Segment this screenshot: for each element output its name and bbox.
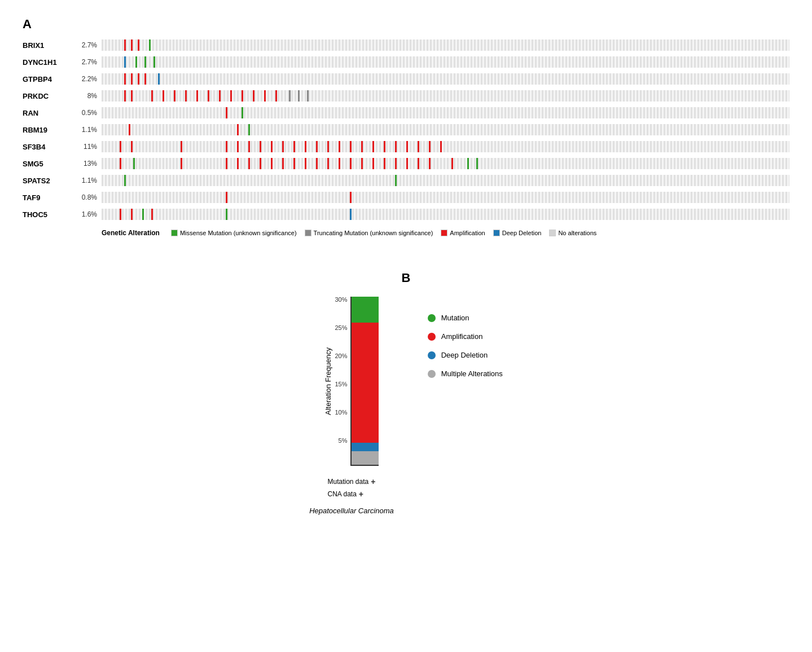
gene-name: PRKDC <box>23 92 73 100</box>
alteration-mark-amp <box>248 141 250 152</box>
bar-segment <box>352 451 379 465</box>
track-bg <box>102 209 789 220</box>
gene-name: RAN <box>23 109 73 117</box>
alteration-mark-trunc <box>307 90 309 102</box>
alteration-mark-miss <box>124 175 126 186</box>
legend-title: Genetic Alteration <box>102 229 160 237</box>
y-axis-label: Alteration Frequency <box>324 347 332 415</box>
chart-legend-item: Deep Deletion <box>428 351 503 359</box>
alteration-mark-amp <box>181 158 182 169</box>
track-area <box>102 73 789 85</box>
alteration-mark-amp <box>406 141 408 152</box>
alteration-mark-amp <box>138 73 139 85</box>
alteration-mark-amp <box>260 158 261 169</box>
legend-color-box <box>441 230 447 236</box>
alteration-mark-amp <box>181 141 182 152</box>
alteration-mark-amp <box>327 158 329 169</box>
alteration-mark-amp <box>372 158 374 169</box>
y-ticks-bar: 30%25%20%15%10%5% <box>335 297 379 466</box>
y-tick: 10% <box>335 409 347 416</box>
alteration-mark-del <box>158 73 160 85</box>
gene-name: BRIX1 <box>23 41 73 50</box>
track-bg <box>102 107 789 118</box>
alteration-mark-amp <box>131 73 133 85</box>
alteration-mark-amp <box>226 158 227 169</box>
section-a-label: A <box>23 17 789 32</box>
bar-wrapper <box>350 297 379 466</box>
gene-pct: 2.7% <box>73 41 102 49</box>
track-area <box>102 175 789 186</box>
track-area <box>102 107 789 118</box>
oncoprint-row: PRKDC8% <box>23 88 789 104</box>
alteration-mark-amp <box>293 158 295 169</box>
track-area <box>102 90 789 102</box>
alteration-mark-amp <box>395 158 397 169</box>
chart-legend-label: Multiple Alterations <box>441 369 503 378</box>
alteration-mark-amp <box>253 90 254 102</box>
oncoprint-row: THOC51.6% <box>23 206 789 222</box>
oncoprint-row: SMG513% <box>23 156 789 171</box>
track-area <box>102 56 789 68</box>
section-a: A BRIX12.7%DYNC1H12.7%GTPBP42.2%PRKDC8%R… <box>23 17 789 237</box>
oncoprint-container: BRIX12.7%DYNC1H12.7%GTPBP42.2%PRKDC8%RAN… <box>23 37 789 222</box>
alteration-mark-amp <box>361 158 363 169</box>
y-tick: 25% <box>335 325 347 331</box>
data-label-plus[interactable]: + <box>359 490 363 499</box>
alteration-mark-amp <box>242 90 243 102</box>
alteration-mark-amp <box>350 141 352 152</box>
gene-name: RBM19 <box>23 126 73 134</box>
bar-segment <box>352 323 379 443</box>
y-axis: 30%25%20%15%10%5% <box>335 297 350 466</box>
y-tick: 15% <box>335 381 347 387</box>
oncoprint-row: GTPBP42.2% <box>23 71 789 87</box>
gene-pct: 1.6% <box>73 210 102 218</box>
gene-name: THOC5 <box>23 210 73 219</box>
alteration-mark-amp <box>395 141 397 152</box>
alteration-mark-trunc <box>289 90 291 102</box>
oncoprint-row: SF3B411% <box>23 139 789 155</box>
legend-circle <box>428 314 436 322</box>
data-label-text: CNA data <box>327 490 356 498</box>
gene-pct: 0.8% <box>73 193 102 201</box>
legend-item-label: No alterations <box>558 230 596 236</box>
alteration-mark-amp <box>185 90 187 102</box>
track-area <box>102 158 789 169</box>
chart-legend-item: Mutation <box>428 314 503 322</box>
alteration-mark-amp <box>350 158 352 169</box>
alteration-mark-amp <box>124 90 126 102</box>
legend-item: Truncating Mutation (unknown significanc… <box>305 230 433 236</box>
alteration-mark-amp <box>144 73 146 85</box>
alteration-mark-amp <box>372 141 374 152</box>
alteration-mark-amp <box>418 158 419 169</box>
alteration-mark-amp <box>226 141 227 152</box>
alteration-mark-amp <box>305 158 306 169</box>
stacked-bar <box>350 297 379 466</box>
alteration-mark-amp <box>237 141 239 152</box>
track-bg <box>102 124 789 135</box>
alteration-mark-amp <box>260 141 261 152</box>
alteration-mark-miss <box>467 158 469 169</box>
alteration-mark-amp <box>350 192 352 203</box>
gene-pct: 2.7% <box>73 58 102 66</box>
alteration-mark-amp <box>384 141 385 152</box>
alteration-mark-amp <box>418 141 419 152</box>
oncoprint-row: DYNC1H12.7% <box>23 54 789 70</box>
gene-name: GTPBP4 <box>23 75 73 83</box>
track-bg <box>102 175 789 186</box>
alteration-mark-miss <box>142 209 144 220</box>
alteration-mark-amp <box>339 158 340 169</box>
legend-item: No alterations <box>549 230 596 236</box>
alteration-mark-amp <box>151 209 153 220</box>
alteration-mark-amp <box>163 90 164 102</box>
legend-color-box <box>305 230 311 236</box>
alteration-mark-amp <box>339 141 340 152</box>
y-tick: 5% <box>339 438 348 444</box>
gene-name: TAF9 <box>23 193 73 202</box>
alteration-mark-amp <box>120 141 121 152</box>
alteration-mark-amp <box>151 90 153 102</box>
oncoprint-row: TAF90.8% <box>23 190 789 205</box>
data-label-plus[interactable]: + <box>371 477 375 486</box>
page-container: A BRIX12.7%DYNC1H12.7%GTPBP42.2%PRKDC8%R… <box>0 0 812 532</box>
data-label-text: Mutation data <box>327 478 368 486</box>
legend-color-box <box>171 230 178 236</box>
